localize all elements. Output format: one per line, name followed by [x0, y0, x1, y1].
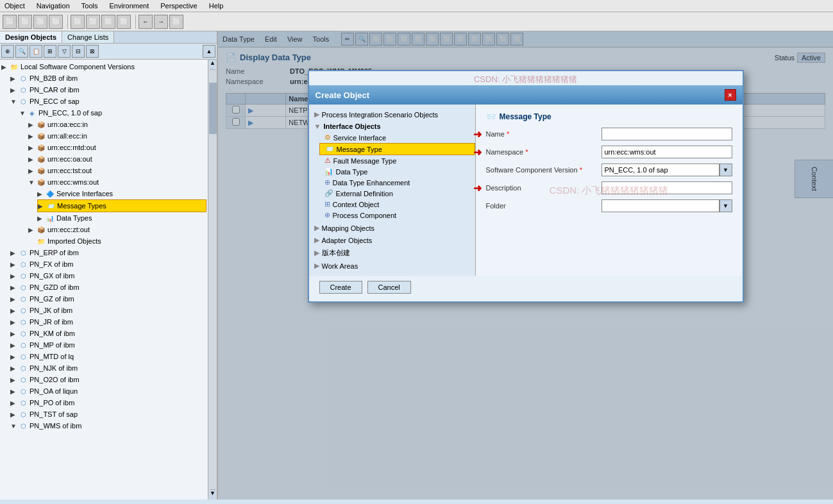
dialog-menu-process[interactable]: ▶ Process Integration Scenario Objects [309, 108, 475, 121]
tree-pn-fx[interactable]: ▶ ⬡ PN_FX of ibm [10, 258, 206, 270]
form-swcv-input[interactable] [602, 164, 719, 176]
tree-pn-njk[interactable]: ▶ ⬡ PN_NJK of ibm [10, 362, 206, 374]
cancel-button[interactable]: Cancel [367, 281, 411, 294]
toolbar-btn-4[interactable]: ⬜ [49, 15, 63, 29]
menu-perspective[interactable]: Perspective [158, 1, 199, 10]
dialog-menu-work-areas[interactable]: ▶ Work Areas [309, 260, 475, 272]
toolbar-btn-9[interactable]: ⬜ [169, 15, 183, 29]
modal-close-button[interactable]: × [725, 89, 736, 101]
dialog-menu-context-object[interactable]: ⊞ Context Object [319, 199, 475, 210]
tree-pn-jk[interactable]: ▶ ⬡ PN_JK of ibm [10, 305, 206, 316]
scroll-up-btn[interactable]: ▲ [210, 60, 215, 70]
form-namespace-input[interactable] [602, 146, 732, 158]
toolbar-back-btn[interactable]: ← [139, 15, 153, 29]
tree-pn-gzd[interactable]: ▶ ⬡ PN_GZD of ibm [10, 281, 206, 293]
tree-oa-in[interactable]: ▶ 📦 urn:oa:ecc:in [28, 119, 206, 130]
dialog-menu-service-interface[interactable]: ⚙ Service Interface [319, 132, 475, 143]
dialog-form: CSDN: 小飞猪猪猪猪猪猪猪 📨 Message Type ➜ Name * [476, 105, 743, 276]
tree-pn-km[interactable]: ▶ ⬡ PN_KM of ibm [10, 328, 206, 339]
tree-pn-o2o[interactable]: ▶ ⬡ PN_O2O of ibm [10, 374, 206, 385]
tree-pn-wms[interactable]: ▼ ⬡ PN_WMS of ibm [10, 420, 206, 432]
left-toolbar-btn-1[interactable]: ⊕ [1, 45, 14, 58]
create-button[interactable]: Create [319, 281, 362, 294]
form-row-swcv: Software Component Version * ▼ [486, 164, 732, 176]
toolbar-btn-5[interactable]: ⬜ [71, 15, 85, 29]
dialog-menu-adapter[interactable]: ▶ Adapter Objects [309, 234, 475, 246]
dialog-menu-mapping-label: Mapping Objects [322, 224, 375, 232]
form-folder-select-btn[interactable]: ▼ [719, 199, 732, 212]
pn-gz-label: PN_GZ of ibm [29, 295, 74, 303]
left-toolbar-btn-3[interactable]: 📋 [29, 45, 42, 58]
dialog-menu-fault-message[interactable]: ⚠ Fault Message Type [319, 155, 475, 166]
tree-all-ecc-in[interactable]: ▶ 📦 urn:all:ecc:in [28, 130, 206, 142]
tree-message-types[interactable]: ▶ 📨 Message Types [37, 199, 206, 212]
menu-object[interactable]: Object [3, 1, 27, 10]
tree-mtd-out[interactable]: ▶ 📦 urn:ecc:mtd:out [28, 142, 206, 153]
tree-pn-gz[interactable]: ▶ ⬡ PN_GZ of ibm [10, 293, 206, 305]
tree-scrollbar[interactable]: ▲ ▼ [208, 60, 217, 500]
pn-oa-label: PN_OA of liqun [29, 387, 78, 395]
dialog-menu-mapping[interactable]: ▶ Mapping Objects [309, 222, 475, 234]
left-toolbar-btn-4[interactable]: ⊞ [44, 45, 56, 58]
left-toolbar-btn-2[interactable]: 🔍 [15, 45, 28, 58]
dialog-menu-external-definition[interactable]: 🔗 External Definition [319, 188, 475, 199]
scroll-thumb[interactable] [209, 83, 217, 134]
mtd-out-label: urn:ecc:mtd:out [47, 144, 96, 151]
form-swcv-select-btn[interactable]: ▼ [719, 164, 732, 176]
left-toolbar-btn-5[interactable]: ▽ [58, 45, 71, 58]
dialog-menu-data-type-enhancement[interactable]: ⊕ Data Type Enhancement [319, 177, 475, 188]
tree-pn-po[interactable]: ▶ ⬡ PN_PO of ibm [10, 397, 206, 408]
tree-pn-ecc-1[interactable]: ▼ ◈ PN_ECC, 1.0 of sap [19, 107, 206, 119]
dialog-menu-version[interactable]: ▶ 版本创建 [309, 246, 475, 260]
tree-root[interactable]: ▶ 📁 Local Software Component Versions [1, 61, 206, 72]
toolbar-btn-7[interactable]: ⬜ [101, 15, 115, 29]
menu-tools[interactable]: Tools [80, 1, 100, 10]
tree-oa-out[interactable]: ▶ 📦 urn:ecc:oa:out [28, 153, 206, 165]
left-toolbar-btn-7[interactable]: ⊠ [86, 45, 99, 58]
expand-pn-gz: ▶ [10, 296, 18, 303]
toolbar-btn-2[interactable]: ⬜ [18, 15, 32, 29]
tree-pn-gx[interactable]: ▶ ⬡ PN_GX of ibm [10, 270, 206, 281]
toolbar-btn-1[interactable]: ⬜ [3, 15, 17, 29]
tree-service-interfaces[interactable]: ▶ 🔷 Service Interfaces [37, 188, 206, 199]
tree-data-types[interactable]: ▶ 📊 Data Types [37, 212, 206, 224]
tree-tst-out[interactable]: ▶ 📦 urn:ecc:tst:out [28, 165, 206, 176]
svc-label: Service Interfaces [56, 190, 113, 197]
tree-pn-jr[interactable]: ▶ ⬡ PN_JR of ibm [10, 316, 206, 328]
tree-pn-tst[interactable]: ▶ ⬡ PN_TST of sap [10, 408, 206, 420]
tree-pn-car[interactable]: ▶ ⬡ PN_CAR of ibm [10, 84, 206, 96]
toolbar-btn-6[interactable]: ⬜ [86, 15, 100, 29]
dialog-menu-process-component[interactable]: ⊕ Process Component [319, 210, 475, 221]
form-name-input[interactable] [602, 128, 732, 140]
tree-pn-ecc-sap[interactable]: ▼ ⬡ PN_ECC of sap [10, 96, 206, 107]
menu-navigation[interactable]: Navigation [35, 1, 72, 10]
modal-header: Create Object × [309, 85, 743, 105]
toolbar-btn-8[interactable]: ⬜ [117, 15, 131, 29]
expand-zt-out: ▶ [28, 226, 36, 233]
toolbar-forward-btn[interactable]: → [154, 15, 168, 29]
left-toolbar-scroll-up[interactable]: ▲ [203, 45, 215, 58]
tab-design-objects[interactable]: Design Objects [0, 31, 62, 43]
pn-tst-label: PN_TST of sap [29, 410, 78, 418]
dialog-menu-interface[interactable]: ▼ Interface Objects [309, 121, 475, 132]
tree-imported-objects[interactable]: 📁 Imported Objects [28, 235, 206, 247]
tree-zt-out[interactable]: ▶ 📦 urn:ecc:zt:out [28, 224, 206, 235]
tree-wms-out[interactable]: ▼ 📦 urn:ecc:wms:out [28, 176, 206, 188]
tree-pn-mtd[interactable]: ▶ ⬡ PN_MTD of lq [10, 351, 206, 362]
form-folder-input[interactable] [602, 199, 719, 212]
expand-pn-o2o: ▶ [10, 376, 18, 383]
tree-pn-oa[interactable]: ▶ ⬡ PN_OA of liqun [10, 385, 206, 397]
tree-pn-erp[interactable]: ▶ ⬡ PN_ERP of ibm [10, 247, 206, 258]
tree-pn-b2b[interactable]: ▶ ⬡ PN_B2B of ibm [10, 72, 206, 84]
dialog-menu-message-type[interactable]: 📨 Message Type [319, 143, 475, 155]
toolbar-btn-3[interactable]: ⬜ [33, 15, 47, 29]
dialog-menu-data-type[interactable]: 📊 Data Type [319, 166, 475, 177]
form-description-input[interactable] [602, 181, 732, 194]
scroll-down-btn[interactable]: ▼ [210, 489, 215, 500]
left-toolbar-btn-6[interactable]: ⊟ [72, 45, 85, 58]
tab-change-lists[interactable]: Change Lists [62, 31, 114, 43]
menu-environment[interactable]: Environment [107, 1, 151, 10]
dialog-menu-process-label: Process Integration Scenario Objects [322, 111, 439, 119]
menu-help[interactable]: Help [207, 1, 226, 10]
tree-pn-mp[interactable]: ▶ ⬡ PN_MP of ibm [10, 339, 206, 351]
